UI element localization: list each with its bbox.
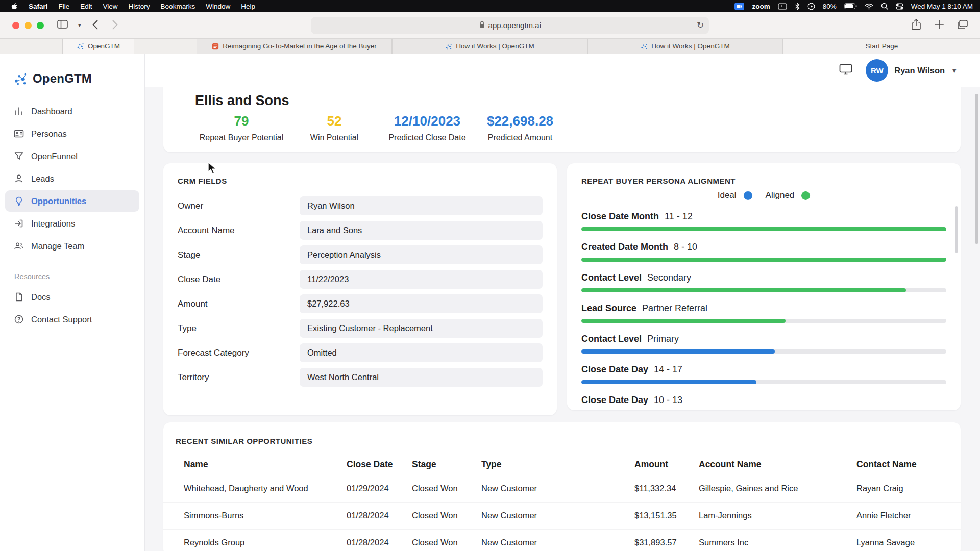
menu-edit[interactable]: Edit [80, 3, 92, 10]
cell-stage: Closed Won [412, 475, 481, 502]
tab-overview-button[interactable] [958, 20, 968, 31]
user-menu[interactable]: RW Ryan Wilson ▼ [866, 59, 958, 82]
cell-type: New Customer [481, 475, 634, 502]
battery-icon[interactable] [844, 3, 857, 9]
sidebar-item-leads[interactable]: Leads [5, 168, 139, 189]
playback-icon[interactable] [807, 3, 815, 10]
crm-field-type: Type Existing Customer - Replacement [178, 319, 543, 338]
alignment-row: Close Date Day14 - 17 [581, 364, 946, 384]
spotlight-icon[interactable] [881, 3, 888, 10]
menu-bookmarks[interactable]: Bookmarks [161, 3, 195, 10]
sidebar-item-openfunnel[interactable]: OpenFunnel [5, 145, 139, 167]
share-button[interactable] [912, 19, 921, 32]
field-value[interactable]: West North Central [300, 368, 543, 387]
field-value[interactable]: Perception Analysis [300, 245, 543, 264]
legend-ideal-dot [744, 191, 752, 200]
menu-help[interactable]: Help [241, 3, 255, 10]
sidebar-item-opportunities[interactable]: Opportunities [5, 190, 139, 212]
alignment-label: Lead Source [581, 303, 636, 314]
cell-contact-name: Annie Fletcher [856, 502, 961, 529]
alignment-label: Close Date Month [581, 211, 659, 222]
table-row[interactable]: Reynolds Group 01/28/2024 Closed Won New… [163, 529, 961, 551]
user-name: Ryan Wilson [894, 66, 945, 76]
field-value[interactable]: Omitted [300, 343, 543, 362]
bluetooth-icon[interactable] [795, 3, 800, 10]
field-value[interactable]: $27,922.63 [300, 294, 543, 313]
sidebar-item-manage-team[interactable]: Manage Team [5, 235, 139, 257]
field-value[interactable]: Lara and Sons [300, 221, 543, 240]
tab-opengtm-app[interactable]: OpenGTM [62, 39, 134, 54]
legend-aligned-dot [801, 191, 810, 200]
sidebar-item-integrations[interactable]: Integrations [5, 213, 139, 234]
alignment-label: Created Date Month [581, 241, 668, 253]
field-value[interactable]: Ryan Wilson [300, 196, 543, 215]
dashboard-icon [14, 106, 24, 116]
wifi-icon[interactable] [865, 3, 873, 10]
col-amount: Amount [634, 455, 699, 475]
field-label: Close Date [178, 274, 300, 285]
zoom-status-label[interactable]: zoom [752, 3, 770, 10]
cell-stage: Closed Won [412, 502, 481, 529]
progress-track [581, 258, 946, 262]
menubar-app-name[interactable]: Safari [29, 3, 48, 10]
cell-account-name: Lam-Jennings [699, 502, 856, 529]
cell-type: New Customer [481, 502, 634, 529]
cell-amount: $31,893.57 [634, 529, 699, 551]
cell-amount: $11,332.34 [634, 475, 699, 502]
table-row[interactable]: Whitehead, Daugherty and Wood 01/29/2024… [163, 475, 961, 502]
new-tab-button[interactable] [935, 20, 944, 31]
table-row[interactable]: Simmons-Burns 01/28/2024 Closed Won New … [163, 502, 961, 529]
field-value[interactable]: 11/22/2023 [300, 270, 543, 289]
display-mode-icon[interactable] [839, 64, 852, 77]
alignment-label: Contact Level [581, 333, 642, 345]
sidebar-item-personas[interactable]: Personas [5, 123, 139, 144]
field-value[interactable]: Existing Customer - Replacement [300, 319, 543, 338]
forward-button[interactable] [112, 18, 118, 33]
reload-icon[interactable]: ↻ [697, 20, 704, 31]
col-stage: Stage [412, 455, 481, 475]
sidebar-chevron-icon[interactable]: ▾ [78, 22, 81, 29]
back-button[interactable] [92, 18, 98, 33]
control-center-icon[interactable] [896, 3, 903, 10]
address-bar[interactable]: app.opengtm.ai ↻ [311, 17, 709, 34]
sidebar-item-contact-support[interactable]: Contact Support [5, 309, 139, 330]
macos-menubar: Safari File Edit View History Bookmarks … [0, 0, 980, 12]
tab-start-page[interactable]: Start Page [783, 39, 980, 54]
menu-history[interactable]: History [129, 3, 150, 10]
menu-window[interactable]: Window [206, 3, 230, 10]
manage-team-icon [14, 241, 24, 251]
apple-icon[interactable] [10, 2, 18, 10]
tab-how-it-works-1[interactable]: How it Works | OpenGTM [392, 39, 587, 54]
page-content: Ellis and Sons 79 Repeat Buyer Potential… [145, 87, 980, 551]
docs-icon [14, 292, 24, 302]
cell-account-name: Gillespie, Gaines and Rice [699, 475, 856, 502]
sidebar-item-label: Opportunities [31, 196, 86, 206]
col-contact-name: Contact Name [856, 455, 961, 475]
minimize-window-button[interactable] [24, 22, 32, 29]
tab-article[interactable]: Reimagining Go-To-Market in the Age of t… [197, 39, 392, 54]
sidebar-item-docs[interactable]: Docs [5, 286, 139, 308]
stat-value: 79 [195, 113, 288, 129]
alignment-value: Secondary [647, 272, 691, 284]
menu-file[interactable]: File [59, 3, 70, 10]
keyboard-icon[interactable] [778, 3, 787, 10]
opportunity-summary-card: Ellis and Sons 79 Repeat Buyer Potential… [163, 87, 961, 152]
app-logo[interactable]: OpenGTM [0, 54, 144, 100]
zoom-window-button[interactable] [37, 22, 44, 29]
opengtm-favicon-icon [641, 43, 648, 50]
safari-toolbar: ▾ app.opengtm.ai ↻ [0, 12, 980, 39]
sidebar-item-label: Manage Team [31, 241, 84, 251]
cell-close-date: 01/28/2024 [347, 502, 412, 529]
card-scrollbar[interactable] [955, 206, 958, 253]
menubar-clock[interactable]: Wed May 1 8:10 AM [911, 3, 973, 10]
sidebar-toggle-icon[interactable] [57, 20, 68, 31]
alignment-label: Close Date Day [581, 364, 648, 375]
col-name: Name [163, 455, 347, 475]
zoom-app-icon[interactable] [734, 3, 744, 10]
sidebar-item-dashboard[interactable]: Dashboard [5, 101, 139, 122]
tab-how-it-works-2[interactable]: How it Works | OpenGTM [587, 39, 783, 54]
close-window-button[interactable] [12, 22, 19, 29]
page-scrollbar[interactable] [975, 94, 978, 244]
legend-aligned-label: Aligned [766, 190, 795, 201]
menu-view[interactable]: View [103, 3, 118, 10]
